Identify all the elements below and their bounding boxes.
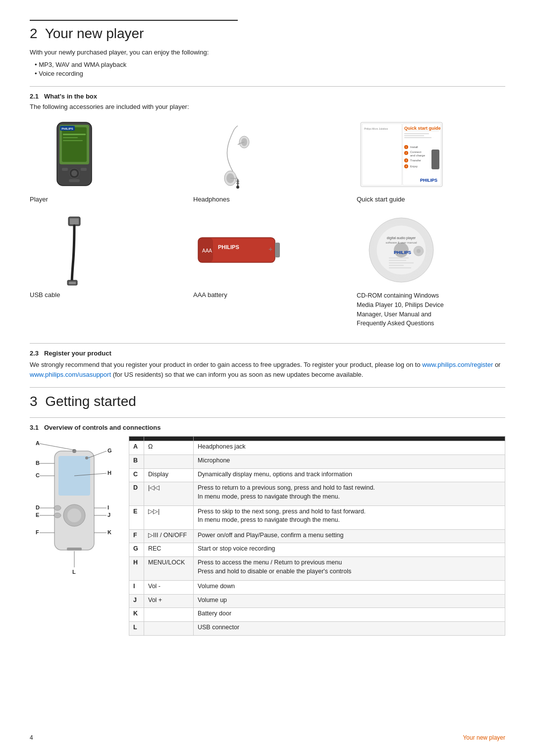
svg-text:3: 3: [405, 159, 407, 162]
accessory-headphones: Headphones: [193, 117, 342, 203]
section31-title: 3.1 Overview of controls and connections: [30, 424, 505, 431]
svg-rect-50: [275, 243, 280, 257]
quickstart-label: Quick start guide: [357, 196, 405, 203]
svg-rect-5: [63, 134, 86, 135]
svg-point-75: [54, 505, 61, 510]
svg-rect-77: [67, 548, 82, 551]
controls-section: A G H C D E I J F: [30, 436, 505, 636]
svg-text:1: 1: [405, 146, 407, 149]
table-row: L USB connector: [129, 622, 505, 636]
svg-text:C: C: [36, 472, 40, 478]
accessories-grid: PHILIPS Player: [30, 117, 505, 328]
chapter2-title-text: Your new player: [45, 26, 144, 41]
chapter2-title: 2 Your new player: [30, 26, 505, 42]
row-description: Dynamically display menu, options and tr…: [194, 468, 505, 482]
row-letter: F: [129, 529, 144, 543]
accessory-cdrom: digital audio player software & user man…: [357, 213, 505, 328]
section21-title: 2.1 What's in the box: [30, 93, 505, 100]
controls-table: A Ω Headphones jack B Microphone C Displ…: [129, 436, 505, 636]
row-description: Power on/off and Play/Pause, confirm a m…: [194, 529, 505, 543]
svg-rect-10: [62, 168, 68, 171]
row-description: Battery door: [194, 608, 505, 622]
chapter2-number: 2: [30, 26, 38, 41]
player-svg: PHILIPS: [47, 120, 102, 189]
row-description: Start or stop voice recording: [194, 543, 505, 557]
svg-text:J: J: [107, 512, 110, 518]
svg-rect-44: [431, 150, 439, 169]
svg-rect-67: [389, 260, 406, 261]
svg-text:Philips Micro Jukebox: Philips Micro Jukebox: [364, 127, 388, 130]
svg-rect-70: [389, 267, 411, 268]
cdrom-label: CD-ROM containing Windows Media Player 1…: [357, 291, 456, 328]
svg-rect-2: [62, 127, 87, 162]
svg-rect-22: [362, 124, 402, 185]
svg-text:software & user manual: software & user manual: [385, 241, 417, 244]
row-letter: G: [129, 543, 144, 557]
table-row: G REC Start or stop voice recording: [129, 543, 505, 557]
chapter3-number: 3: [30, 394, 38, 409]
svg-text:PHILIPS: PHILIPS: [61, 127, 73, 130]
row-description: Volume down: [194, 580, 505, 594]
svg-text:F: F: [36, 529, 39, 535]
footer-page: 4: [30, 734, 33, 741]
svg-text:+: +: [268, 245, 272, 253]
svg-rect-68: [389, 262, 414, 263]
register-link1[interactable]: www.philips.com/register: [422, 361, 493, 368]
svg-rect-46: [70, 218, 79, 224]
row-letter: J: [129, 594, 144, 608]
battery-image: PHILIPS + AAA: [193, 213, 282, 287]
table-row: J Vol + Volume up: [129, 594, 505, 608]
row-description: USB connector: [194, 622, 505, 636]
row-symbol: MENU/LOCK: [144, 557, 194, 581]
svg-point-65: [417, 249, 421, 253]
register-link2[interactable]: www.philips.com/usasupport: [30, 371, 111, 378]
row-letter: C: [129, 468, 144, 482]
svg-rect-6: [63, 137, 78, 138]
row-symbol: Display: [144, 468, 194, 482]
section21-subtitle: The following accessories are included w…: [30, 103, 505, 110]
svg-text:K: K: [107, 529, 111, 535]
svg-text:A: A: [36, 440, 40, 446]
svg-point-81: [85, 456, 88, 459]
svg-text:PHILIPS: PHILIPS: [420, 178, 437, 183]
row-description: Press to skip to the next song, press an…: [194, 505, 505, 529]
table-row: E ▷▷| Press to skip to the next song, pr…: [129, 505, 505, 529]
row-letter: B: [129, 454, 144, 468]
row-description: Microphone: [194, 454, 505, 468]
chapter2-bullets: MP3, WAV and WMA playback Voice recordin…: [35, 61, 505, 77]
player-diagram: A G H C D E I J F: [30, 436, 109, 636]
usb-svg: [54, 214, 94, 286]
headphones-svg: [206, 120, 270, 189]
row-description: Volume up: [194, 594, 505, 608]
row-letter: K: [129, 608, 144, 622]
bullet-voice: Voice recording: [35, 70, 505, 77]
chapter3-rule: [30, 387, 505, 388]
svg-rect-69: [389, 265, 404, 266]
battery-label: AAA battery: [193, 291, 227, 299]
svg-rect-12: [69, 179, 80, 182]
col-description: [194, 437, 505, 441]
svg-text:PHILIPS: PHILIPS: [394, 250, 411, 255]
svg-text:L: L: [72, 569, 76, 575]
svg-text:Transfer: Transfer: [410, 159, 421, 162]
table-row: B Microphone: [129, 454, 505, 468]
table-row: F ▷III / ON/OFF Power on/off and Play/Pa…: [129, 529, 505, 543]
row-symbol: [144, 454, 194, 468]
section23-title: 2.3 Register your product: [30, 350, 505, 357]
svg-text:D: D: [36, 504, 40, 510]
cdrom-svg: digital audio player software & user man…: [367, 215, 436, 285]
player-diagram-svg: A G H C D E I J F: [30, 436, 114, 634]
svg-rect-27: [404, 133, 429, 134]
table-row: A Ω Headphones jack: [129, 441, 505, 455]
svg-text:I: I: [107, 504, 109, 510]
row-symbol: ▷▷|: [144, 505, 194, 529]
row-symbol: Ω: [144, 441, 194, 455]
svg-text:digital audio player: digital audio player: [387, 236, 416, 240]
svg-text:Quick start guide: Quick start guide: [404, 126, 441, 131]
row-symbol: [144, 622, 194, 636]
row-letter: E: [129, 505, 144, 529]
row-symbol: |◁◁: [144, 482, 194, 506]
chapter3-title: 3 Getting started: [30, 394, 505, 409]
section21-rule: [30, 86, 505, 87]
chapter2-top-rule: [30, 20, 238, 21]
